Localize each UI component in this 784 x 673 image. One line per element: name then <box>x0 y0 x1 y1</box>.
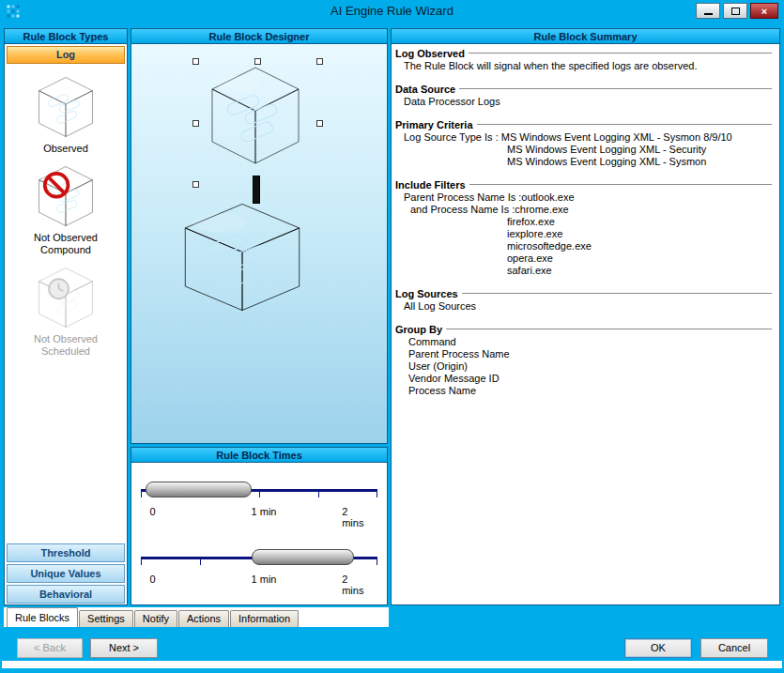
minimize-icon <box>704 13 713 15</box>
window-title: AI Engine Rule Wizard <box>0 4 784 18</box>
summary-content: Log Observed The Rule Block will signal … <box>392 44 779 397</box>
close-button[interactable]: × <box>750 3 778 19</box>
rule-block-types-panel: Rule Block Types Log Observed Not Observ… <box>4 28 128 605</box>
slider-tick-label: 1 min <box>252 574 277 585</box>
selection-handle[interactable] <box>254 58 261 65</box>
threshold-category-button[interactable]: Threshold <box>7 543 125 562</box>
maximize-button[interactable] <box>723 3 747 19</box>
rule-block-times-panel: Rule Block Times 0 1 min 2 mins 0 1 min … <box>131 447 388 605</box>
tab-information[interactable]: Information <box>230 610 299 627</box>
tab-rule-blocks[interactable]: Rule Blocks <box>7 607 78 627</box>
slider-tick-label: 2 mins <box>342 506 365 528</box>
tab-notify[interactable]: Notify <box>134 610 177 627</box>
log-observed-cube-icon <box>37 75 95 139</box>
summary-section-log-observed: Log Observed The Rule Block will signal … <box>395 48 774 72</box>
selection-handle[interactable] <box>316 58 323 65</box>
tab-settings[interactable]: Settings <box>79 610 133 627</box>
rule-block-type-observed[interactable]: Observed <box>5 75 127 155</box>
selection-handle[interactable] <box>192 58 199 65</box>
unique-values-category-button[interactable]: Unique Values <box>7 564 125 583</box>
designer-rule-block-cube-bottom[interactable] <box>180 200 304 314</box>
time-slider-2: 0 1 min 2 mins <box>141 545 377 598</box>
ai-engine-rule-wizard-window: AI Engine Rule Wizard × Rule Block Types… <box>0 0 784 673</box>
observed-label: Observed <box>43 143 88 154</box>
summary-section-log-sources: Log Sources All Log Sources <box>395 288 774 313</box>
rule-block-designer-panel: Rule Block Designer <box>131 28 388 444</box>
slider-thumb[interactable] <box>146 482 252 497</box>
titlebar[interactable]: AI Engine Rule Wizard × <box>0 0 784 23</box>
selection-handle[interactable] <box>316 120 323 127</box>
back-button[interactable]: < Back <box>17 638 83 658</box>
slider-tick-label: 0 <box>150 574 156 585</box>
time-slider-1: 0 1 min 2 mins <box>141 478 377 530</box>
summary-section-primary-criteria: Primary Criteria Log Source Type Is : MS… <box>395 119 774 168</box>
not-observed-scheduled-label: Not Observed <box>34 333 98 344</box>
rule-block-summary-panel: Rule Block Summary Log Observed The Rule… <box>391 28 780 605</box>
summary-section-data-source: Data Source Data Processor Logs <box>395 84 774 108</box>
slider-tick-label: 0 <box>150 506 156 517</box>
not-observed-compound-label: Not Observed <box>34 232 98 243</box>
rule-block-types-header: Rule Block Types <box>5 29 127 44</box>
summary-section-group-by: Group By Command Parent Process Name Use… <box>395 324 774 397</box>
log-category-button[interactable]: Log <box>7 46 125 64</box>
slider-tick-label: 1 min <box>252 506 277 517</box>
ok-button[interactable]: OK <box>624 638 692 658</box>
selection-handle[interactable] <box>192 120 199 127</box>
rule-block-type-not-observed-scheduled: Not Observed Scheduled <box>5 266 127 358</box>
cancel-button[interactable]: Cancel <box>700 638 768 658</box>
close-icon: × <box>761 6 767 17</box>
slider-thumb[interactable] <box>252 549 353 565</box>
tab-actions[interactable]: Actions <box>178 610 229 627</box>
bottom-strip <box>2 661 782 668</box>
rule-block-type-not-observed-compound[interactable]: Not Observed Compound <box>5 164 127 256</box>
designer-canvas[interactable] <box>131 44 387 443</box>
minimize-button[interactable] <box>696 3 720 19</box>
selection-handle[interactable] <box>192 181 199 188</box>
slider-tick-label: 2 mins <box>342 574 365 596</box>
wizard-tabstrip: Rule Blocks Settings Notify Actions Info… <box>4 607 389 627</box>
behavioral-category-button[interactable]: Behavioral <box>7 585 125 604</box>
log-not-observed-scheduled-icon <box>37 266 95 329</box>
log-not-observed-compound-icon <box>37 164 95 228</box>
rule-block-designer-header: Rule Block Designer <box>131 29 387 44</box>
next-button[interactable]: Next > <box>90 638 158 658</box>
rule-block-times-header: Rule Block Times <box>131 448 387 463</box>
summary-section-include-filters: Include Filters Parent Process Name Is :… <box>395 179 774 277</box>
rule-block-summary-header: Rule Block Summary <box>392 29 779 44</box>
maximize-icon <box>731 8 740 15</box>
designer-rule-block-cube-top[interactable] <box>208 61 302 170</box>
